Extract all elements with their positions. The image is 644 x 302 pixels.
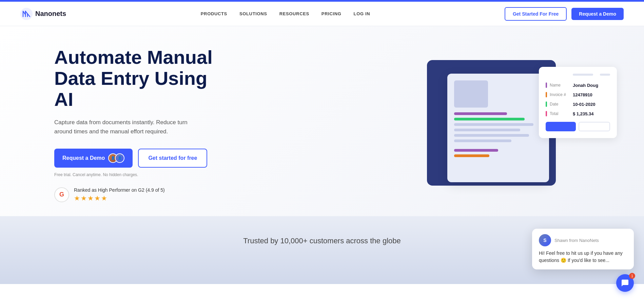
g2-text: Ranked as High Performer on G2 (4.9 of 5… (74, 187, 165, 193)
chat-widget[interactable]: S Shawn from NanoNets Hi! Feel free to h… (532, 229, 634, 284)
chat-sender-name: Shawn from NanoNets (554, 238, 599, 243)
hero-section: Automate Manual Data Entry Using AI Capt… (0, 26, 644, 216)
g2-info: Ranked as High Performer on G2 (4.9 of 5… (74, 187, 165, 202)
avatar-2: 👤 (115, 153, 124, 163)
demo-avatars: 👤 👤 (108, 153, 124, 163)
nav-link-pricing[interactable]: PRICING (321, 11, 341, 16)
nav-link-products[interactable]: PRODUCTS (201, 11, 227, 16)
info-row-total: Total $ 1,235.34 (546, 111, 610, 116)
chat-sender-info: S Shawn from NanoNets (539, 234, 627, 246)
g2-stars: ★★★★★ (74, 194, 165, 202)
info-label-name: Name (550, 83, 570, 88)
info-value-date: 10-01-2020 (573, 102, 596, 107)
navbar: Nanonets PRODUCTS SOLUTIONS RESOURCES PR… (0, 2, 644, 26)
illus-confirm-btn (546, 122, 576, 131)
chat-preview-bubble: S Shawn from NanoNets Hi! Feel free to h… (532, 229, 634, 269)
doc-line-2 (454, 118, 525, 120)
hero-illustration: Name Jonah Doug Invoice # 12478910 Date … (231, 53, 624, 196)
svg-point-0 (20, 8, 33, 20)
illustration-document (447, 74, 549, 182)
doc-line-5 (454, 134, 529, 137)
info-label-invoice: Invoice # (550, 92, 570, 97)
nav-link-resources[interactable]: RESOURCES (279, 11, 309, 16)
chat-avatar: S (539, 234, 551, 246)
info-panel-buttons (546, 122, 610, 131)
doc-line-7 (454, 149, 498, 152)
illus-cancel-btn (579, 122, 610, 131)
info-label-date: Date (550, 102, 570, 107)
nanonets-logo-icon (20, 8, 33, 20)
doc-line-8 (454, 154, 489, 157)
logo[interactable]: Nanonets (20, 8, 66, 20)
doc-line-6 (454, 139, 511, 142)
info-row-name: Name Jonah Doug (546, 82, 610, 88)
nav-link-solutions[interactable]: SOLUTIONS (239, 11, 267, 16)
top-line-1 (573, 74, 593, 76)
doc-line-4 (454, 129, 520, 131)
chat-notification-badge: 1 (629, 273, 635, 279)
doc-placeholder (454, 80, 488, 108)
avatar-img-2: 👤 (116, 154, 124, 162)
info-value-total: $ 1,235.34 (573, 111, 593, 116)
top-line-2 (600, 74, 610, 76)
info-row-date: Date 10-01-2020 (546, 101, 610, 107)
info-row-invoice: Invoice # 12478910 (546, 92, 610, 97)
info-panel-top-lines (546, 74, 610, 76)
nav-actions: Get Started For Free Request a Demo (505, 7, 624, 21)
info-value-name: Jonah Doug (573, 83, 598, 88)
hero-title: Automate Manual Data Entry Using AI (54, 47, 231, 110)
request-demo-nav-button[interactable]: Request a Demo (571, 8, 624, 20)
get-started-free-button[interactable]: Get started for free (138, 149, 207, 168)
nav-link-login[interactable]: LOG IN (354, 11, 370, 16)
doc-line-1 (454, 112, 507, 115)
info-label-total: Total (550, 111, 570, 116)
info-value-invoice: 12478910 (573, 92, 592, 97)
info-bar-date (546, 101, 547, 107)
info-bar-name (546, 82, 547, 88)
info-bar-invoice (546, 92, 547, 97)
g2-logo-icon: G (54, 187, 69, 202)
g2-badge: G Ranked as High Performer on G2 (4.9 of… (54, 187, 231, 202)
logo-text: Nanonets (35, 10, 66, 18)
request-demo-button[interactable]: Request a Demo 👤 👤 (54, 149, 133, 168)
illustration-container: Name Jonah Doug Invoice # 12478910 Date … (427, 53, 617, 196)
hero-content: Automate Manual Data Entry Using AI Capt… (54, 47, 231, 202)
info-bar-total (546, 111, 547, 116)
nav-links: PRODUCTS SOLUTIONS RESOURCES PRICING LOG… (201, 11, 370, 16)
hero-subtitle: Capture data from documents instantly. R… (54, 118, 197, 136)
get-started-button[interactable]: Get Started For Free (505, 7, 567, 21)
illustration-info-panel: Name Jonah Doug Invoice # 12478910 Date … (539, 67, 617, 138)
doc-line-3 (454, 123, 533, 126)
chat-icon (621, 279, 629, 284)
request-demo-label: Request a Demo (62, 155, 105, 161)
hero-disclaimer: Free trial. Cancel anytime. No hidden ch… (54, 172, 231, 177)
chat-message-text: Hi! Feel free to hit us up if you have a… (539, 250, 627, 264)
hero-cta-group: Request a Demo 👤 👤 Get started for free (54, 149, 231, 168)
